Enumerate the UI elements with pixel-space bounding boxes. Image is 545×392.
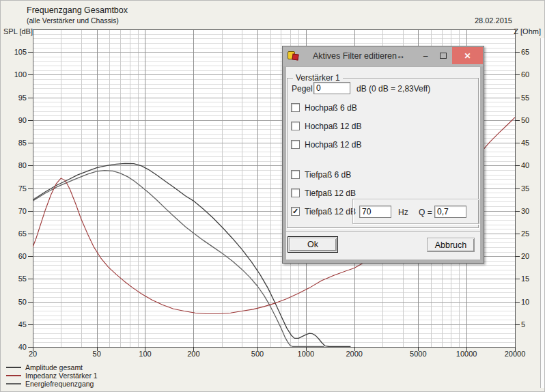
checkbox-tiefpass-12-db-4[interactable] bbox=[291, 188, 300, 197]
svg-text:45: 45 bbox=[18, 320, 27, 328]
resize-cursor-icon: ↔ bbox=[396, 51, 405, 61]
ok-button-ring: Ok bbox=[288, 236, 338, 253]
ok-button[interactable]: Ok bbox=[289, 238, 337, 251]
svg-text:85: 85 bbox=[18, 139, 27, 147]
svg-text:45: 45 bbox=[521, 139, 529, 147]
chart-date: 28.02.2015 bbox=[475, 16, 512, 25]
svg-text:75: 75 bbox=[18, 184, 27, 193]
svg-text:100: 100 bbox=[14, 70, 27, 79]
pegel-label: Pegel bbox=[292, 84, 313, 94]
chart-legend: Amplitude gesamtImpedanz Verstärker 1Ene… bbox=[5, 363, 98, 388]
maximize-button[interactable] bbox=[434, 47, 452, 64]
legend-label: Impedanz Verstärker 1 bbox=[25, 372, 98, 380]
maximize-icon bbox=[440, 53, 447, 59]
svg-text:35: 35 bbox=[521, 184, 529, 193]
svg-text:65: 65 bbox=[521, 48, 529, 56]
q-value-input[interactable] bbox=[434, 206, 466, 218]
dialog-title: Aktives Filter editieren bbox=[313, 46, 397, 66]
svg-text:80: 80 bbox=[18, 161, 27, 169]
q-label: Q = bbox=[419, 208, 432, 217]
svg-text:10000: 10000 bbox=[456, 350, 477, 358]
checkbox-row: Hochpaß 12 dB bbox=[288, 140, 478, 150]
icon-red-box bbox=[292, 53, 298, 60]
legend-line-sample bbox=[6, 375, 21, 376]
legend-item: Energiefrequenzgang bbox=[5, 380, 98, 388]
legend-line-sample bbox=[6, 383, 21, 384]
svg-text:20: 20 bbox=[521, 252, 529, 260]
y-axis-left-label: SPL [dB] bbox=[3, 27, 33, 36]
dialog-titlebar[interactable]: Aktives Filter editieren ↔ – ✕ bbox=[283, 46, 484, 66]
pegel-suffix-label: dB (0 dB = 2,83Veff) bbox=[357, 84, 430, 94]
window-edge-strip bbox=[540, 38, 545, 388]
svg-text:50: 50 bbox=[521, 116, 529, 124]
svg-text:20000: 20000 bbox=[505, 350, 526, 358]
svg-text:2000: 2000 bbox=[346, 350, 362, 358]
verstaerker-groupbox: Verstärker 1 Pegel dB (0 dB = 2,83Veff) … bbox=[287, 78, 479, 228]
filter-dialog: Aktives Filter editieren ↔ – ✕ Verstärke… bbox=[282, 46, 484, 264]
checkbox-hochpass-12-db-1[interactable] bbox=[291, 122, 300, 130]
svg-text:100: 100 bbox=[139, 350, 151, 358]
checkbox-hochpass-6-db-0[interactable] bbox=[291, 103, 300, 112]
lowpass-frequency-input[interactable] bbox=[359, 206, 391, 218]
svg-text:1000: 1000 bbox=[298, 350, 314, 358]
checkbox-label: Hochpaß 6 dB bbox=[305, 103, 357, 113]
svg-text:40: 40 bbox=[521, 161, 529, 169]
checkbox-label: Tiefpaß 12 dB bbox=[305, 188, 356, 198]
button-separator bbox=[286, 231, 480, 232]
checkbox-label: Tiefpaß 6 dB bbox=[305, 170, 351, 180]
chart-subtitle: (alle Verstärker und Chassis) bbox=[27, 16, 119, 25]
svg-text:65: 65 bbox=[18, 229, 27, 238]
y-axis-right-label: Z [Ohm] bbox=[514, 27, 541, 36]
svg-text:25: 25 bbox=[521, 229, 529, 238]
cancel-button[interactable]: Abbruch bbox=[427, 238, 475, 252]
legend-item: Amplitude gesamt bbox=[5, 363, 98, 372]
svg-text:50: 50 bbox=[18, 298, 27, 306]
minimize-icon: – bbox=[423, 51, 428, 61]
chart-title: Frequenzgang Gesamtbox bbox=[27, 5, 128, 15]
svg-text:50: 50 bbox=[93, 350, 101, 358]
svg-text:5: 5 bbox=[521, 320, 525, 328]
checkbox-row: Tiefpaß 6 dB bbox=[288, 170, 478, 180]
pegel-input[interactable] bbox=[313, 82, 350, 94]
app-window: 4045505560657075808590951001055101520253… bbox=[0, 0, 545, 392]
legend-label: Amplitude gesamt bbox=[25, 363, 83, 372]
checkbox-row: Hochpaß 6 dB bbox=[288, 103, 478, 113]
svg-text:60: 60 bbox=[18, 252, 27, 260]
checkbox-label: Hochpaß 12 dB bbox=[305, 140, 361, 150]
svg-text:105: 105 bbox=[14, 48, 27, 56]
svg-text:5000: 5000 bbox=[410, 350, 426, 358]
hz-unit-label: Hz bbox=[398, 208, 408, 217]
svg-text:70: 70 bbox=[18, 207, 27, 215]
checkbox-hochpass-12-db-2[interactable] bbox=[291, 140, 300, 149]
close-icon: ✕ bbox=[464, 51, 471, 61]
svg-text:15: 15 bbox=[521, 275, 529, 283]
checkbox-row: Hochpaß 12 dB bbox=[288, 122, 478, 132]
svg-text:500: 500 bbox=[251, 350, 264, 358]
svg-text:95: 95 bbox=[18, 94, 27, 102]
svg-text:40: 40 bbox=[18, 343, 27, 351]
minimize-button[interactable]: – bbox=[417, 47, 434, 64]
checkbox-tiefpass-12-db-5[interactable]: ✓ bbox=[291, 207, 300, 216]
checkbox-label: Hochpaß 12 dB bbox=[305, 122, 361, 131]
boxsim-app-icon bbox=[288, 51, 300, 61]
svg-text:30: 30 bbox=[521, 207, 529, 215]
checkbox-row: Tiefpaß 12 dB bbox=[288, 188, 478, 199]
svg-text:60: 60 bbox=[521, 70, 529, 79]
checkbox-tiefpass-6-db-3[interactable] bbox=[291, 170, 300, 179]
checkbox-label: Tiefpaß 12 dB bbox=[305, 207, 356, 216]
svg-text:90: 90 bbox=[18, 116, 27, 124]
legend-label: Energiefrequenzgang bbox=[25, 380, 94, 388]
legend-line-sample bbox=[6, 367, 21, 368]
svg-text:200: 200 bbox=[187, 350, 199, 358]
svg-text:10: 10 bbox=[521, 298, 529, 306]
groupbox-label: Verstärker 1 bbox=[293, 73, 343, 83]
svg-text:55: 55 bbox=[521, 94, 529, 102]
legend-item: Impedanz Verstärker 1 bbox=[5, 372, 98, 380]
svg-text:20: 20 bbox=[29, 350, 37, 358]
dialog-body: Verstärker 1 Pegel dB (0 dB = 2,83Veff) … bbox=[286, 67, 480, 260]
window-controls: – ✕ bbox=[417, 47, 483, 64]
close-button[interactable]: ✕ bbox=[452, 47, 483, 64]
svg-text:55: 55 bbox=[18, 275, 27, 283]
lowpass-params-frame: Hz Q = bbox=[352, 199, 479, 224]
